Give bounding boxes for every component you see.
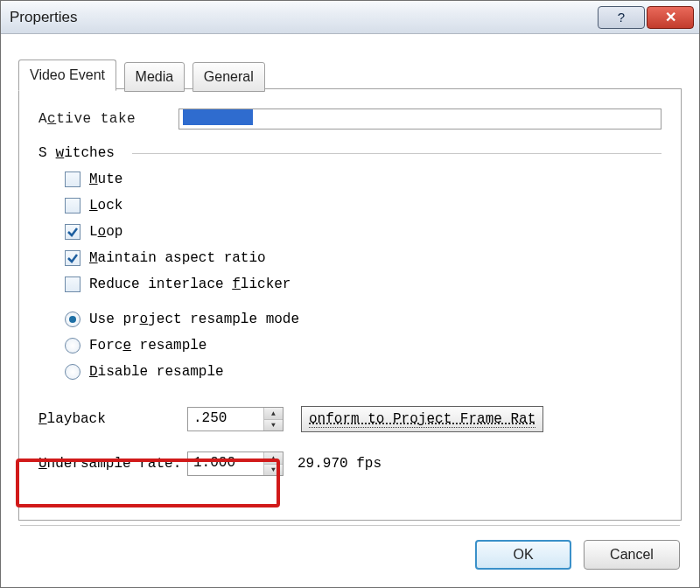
properties-dialog: Properties ? ✕ Video Event Media General… [0,0,700,588]
window-buttons: ? ✕ [598,6,694,29]
resample-disable-row: Disable resample [65,364,662,380]
resample-disable-radio[interactable] [65,364,80,380]
resample-force-label[interactable]: Force resample [89,338,206,354]
loop-label[interactable]: Loop [89,224,122,240]
resample-project-radio[interactable] [65,312,80,327]
check-icon [66,226,79,238]
active-take-label: Active take [38,111,178,127]
ok-button[interactable]: OK [475,540,571,570]
resample-project-label[interactable]: Use project resample mode [89,312,299,327]
dialog-buttons: OK Cancel [475,540,680,570]
tab-panel-video-event: Active take Switches Mute [18,88,682,521]
aspect-checkbox-row: Maintain aspect ratio [65,250,662,266]
active-take-row: Active take [38,108,662,130]
playback-spin-buttons: ▲ ▼ [263,408,283,430]
playback-spin-down[interactable]: ▼ [264,420,283,431]
playback-spinner[interactable]: .250 ▲ ▼ [187,407,284,431]
lock-label[interactable]: Lock [89,198,122,214]
tabstrip: Video Event Media General [18,59,682,88]
aspect-checkbox[interactable] [65,250,80,266]
help-button[interactable]: ? [598,6,645,29]
cancel-button[interactable]: Cancel [584,540,680,570]
help-icon: ? [618,10,625,24]
radio-dot-icon [69,316,76,323]
flicker-label[interactable]: Reduce interlace flicker [89,276,290,292]
undersample-fps: 29.970 fps [298,456,382,472]
chevron-down-icon: ▼ [271,466,276,473]
playback-label: Playback [38,411,187,427]
undersample-row: Undersample rate: 1.000 ▲ ▼ 29.970 fps [38,452,662,476]
switches-group-label: Switches [38,145,662,161]
undersample-value[interactable]: 1.000 [188,452,263,475]
lock-checkbox[interactable] [65,198,80,214]
tab-general[interactable]: General [192,62,265,92]
tab-video-event[interactable]: Video Event [18,60,116,91]
aspect-label[interactable]: Maintain aspect ratio [89,250,266,266]
resample-disable-label[interactable]: Disable resample [89,364,224,380]
loop-checkbox[interactable] [65,224,80,240]
check-icon [66,252,79,264]
close-button[interactable]: ✕ [647,6,694,29]
playback-value[interactable]: .250 [188,408,263,430]
loop-checkbox-row: Loop [65,224,662,240]
mute-checkbox[interactable] [65,172,80,187]
undersample-spin-down[interactable]: ▼ [264,465,283,476]
conform-frame-rate-button[interactable]: onform to Project Frame Rat [301,406,543,432]
switches-group: Mute Lock Loop [65,172,662,380]
mute-label[interactable]: Mute [89,172,122,187]
undersample-label: Undersample rate: [38,456,187,472]
close-icon: ✕ [665,9,676,25]
chevron-up-icon: ▲ [271,410,276,417]
titlebar[interactable]: Properties ? ✕ [1,1,699,34]
resample-force-row: Force resample [65,338,662,354]
playback-row: Playback .250 ▲ ▼ onform to Project Fram… [38,406,662,432]
chevron-down-icon: ▼ [271,421,276,429]
undersample-spinner[interactable]: 1.000 ▲ ▼ [187,452,284,476]
window-title: Properties [10,9,598,26]
group-divider [132,153,662,154]
client-area: Video Event Media General Active take Sw… [1,34,699,587]
tab-media[interactable]: Media [124,62,186,92]
resample-project-row: Use project resample mode [65,312,662,327]
active-take-input[interactable] [178,108,662,130]
lock-checkbox-row: Lock [65,198,662,214]
undersample-spin-up[interactable]: ▲ [264,452,283,465]
mute-checkbox-row: Mute [65,172,662,187]
button-separator [20,525,680,526]
undersample-spin-buttons: ▲ ▼ [263,452,283,475]
flicker-checkbox-row: Reduce interlace flicker [65,276,662,292]
flicker-checkbox[interactable] [65,276,80,292]
active-take-selection [183,109,253,125]
resample-force-radio[interactable] [65,338,80,354]
chevron-up-icon: ▲ [271,454,276,462]
playback-spin-up[interactable]: ▲ [264,408,283,420]
